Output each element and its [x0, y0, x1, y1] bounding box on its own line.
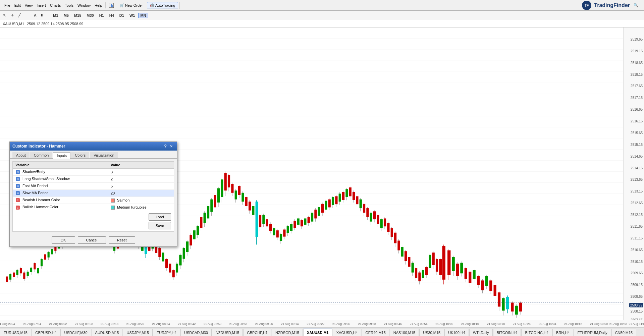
fib-btn[interactable]: Ⅲ — [39, 12, 45, 18]
tab-bitcoin-h4[interactable]: BITCOIN,H4 — [493, 329, 521, 336]
tab-audusd-m15[interactable]: AUDUSD,M15 — [92, 329, 123, 336]
tab-usdchf-m30[interactable]: USDCHF,M30 — [60, 329, 91, 336]
dialog-close-btn[interactable]: × — [169, 144, 174, 149]
tab-eurusd-m15[interactable]: EURUSD,M15 — [0, 329, 31, 336]
chart-tabs-bar: EURUSD,M15 GBPUSD,H4 USDCHF,M30 AUDUSD,M… — [0, 327, 644, 336]
tab-visualization[interactable]: Visualization — [90, 152, 118, 158]
dialog-bottom-buttons: OK Cancel Reset — [10, 234, 177, 246]
svg-text:N: N — [17, 171, 19, 174]
tab-eurjpy-h4[interactable]: EURJPY,H4 — [153, 329, 180, 336]
val-bullish-color[interactable]: MediumTurquoise — [108, 204, 174, 211]
menu-window[interactable]: Window — [76, 2, 92, 8]
time-label: 21 Aug 10:26 — [513, 322, 531, 326]
tf-m15[interactable]: M15 — [72, 13, 83, 18]
search-btn[interactable]: 🔍 — [632, 2, 640, 8]
toolbar-icons: 🛒 New Order 🤖 AutoTrading — [106, 2, 180, 9]
val-shadow-body[interactable]: 3 — [108, 169, 174, 176]
tab-nzdsgd-m15[interactable]: NZDSGD,M15 — [272, 329, 303, 336]
load-btn[interactable]: Load — [149, 213, 171, 221]
table-row[interactable]: N Long Shadow/Small Shadow 2 — [13, 176, 174, 183]
table-row[interactable]: C Bullish Hammer Color MediumTurquoise — [13, 204, 174, 211]
time-label: 21 Aug 09:14 — [281, 322, 299, 326]
tf-mn[interactable]: MN — [138, 13, 148, 18]
menu-tools[interactable]: Tools — [63, 2, 75, 8]
dialog-title: Custom Indicator - Hammer — [12, 144, 65, 149]
svg-text:N: N — [17, 178, 19, 181]
tab-ger40-m15[interactable]: GER40,M15 — [362, 329, 389, 336]
hline-btn[interactable]: — — [24, 12, 31, 18]
var-bearish-color: C Bearish Hammer Color — [13, 197, 108, 204]
crosshair-btn[interactable]: ✛ — [9, 12, 15, 18]
menu-help[interactable]: Help — [93, 2, 104, 8]
robot-icon: 🤖 — [150, 3, 155, 7]
tab-uk100-h4[interactable]: UK100,H4 — [444, 329, 469, 336]
new-order-icon: 🛒 — [120, 3, 124, 7]
table-row[interactable]: N Slow MA Period 20 — [13, 190, 174, 197]
tab-wti-daily[interactable]: WTI,Daily — [469, 329, 493, 336]
symbol-name: XAUUSD,M1 — [3, 22, 24, 26]
tf-h1[interactable]: H1 — [97, 13, 106, 18]
tab-nzdusd-m15[interactable]: NZDUSD,M15 — [212, 329, 243, 336]
tab-about[interactable]: About — [12, 152, 30, 158]
val-fast-ma[interactable]: 5 — [108, 183, 174, 190]
tf-m1[interactable]: M1 — [51, 13, 60, 18]
reset-btn[interactable]: Reset — [109, 236, 135, 244]
auto-trading-btn[interactable]: 🤖 AutoTrading — [147, 2, 178, 8]
text-btn[interactable]: A — [32, 12, 38, 18]
var-bullish-color: C Bullish Hammer Color — [13, 204, 108, 211]
menu-view[interactable]: View — [23, 2, 35, 8]
inputs-table: Variable Value N Shadow/Body 3 — [13, 162, 174, 211]
col-variable: Variable — [13, 162, 108, 169]
tab-ethereum-daily[interactable]: ETHEREUM,Daily — [574, 329, 611, 336]
tf-m30[interactable]: M30 — [85, 13, 96, 18]
val-long-shadow[interactable]: 2 — [108, 176, 174, 183]
dialog-help-btn[interactable]: ? — [163, 144, 168, 149]
tf-h4[interactable]: H4 — [107, 13, 116, 18]
dialog-titlebar-buttons: ? × — [163, 144, 174, 149]
ok-btn[interactable]: OK — [52, 236, 75, 244]
tab-us30-m15[interactable]: US30,M15 — [419, 329, 444, 336]
table-row[interactable]: N Fast MA Period 5 — [13, 183, 174, 190]
table-row[interactable]: N Shadow/Body 3 — [13, 169, 174, 176]
col-value: Value — [108, 162, 174, 169]
time-label: 21 Aug 08:34 — [152, 322, 170, 326]
time-label: 21 Aug 08:18 — [101, 322, 118, 326]
tab-xagusd-h4[interactable]: XAGUSD,H4 — [333, 329, 362, 336]
tab-usdjpy-m15[interactable]: USDJPY,M15 — [123, 329, 152, 336]
cancel-btn[interactable]: Cancel — [78, 236, 106, 244]
val-slow-ma[interactable]: 20 — [108, 190, 174, 197]
menu-charts[interactable]: Charts — [48, 2, 62, 8]
tab-brn-h4[interactable]: BRN,H4 — [552, 329, 573, 336]
tf-d1[interactable]: D1 — [117, 13, 126, 18]
line-btn[interactable]: ╱ — [17, 12, 22, 18]
tab-cn50-m15[interactable]: CN50,M15 — [611, 329, 637, 336]
tab-common[interactable]: Common — [30, 152, 53, 158]
logo-text: TradingFinder — [594, 2, 630, 8]
new-order-btn[interactable]: 🛒 New Order — [117, 2, 146, 8]
menu-insert[interactable]: Insert — [35, 2, 48, 8]
tf-w1[interactable]: W1 — [127, 13, 137, 18]
time-label: 21 Aug 10:18 — [487, 322, 505, 326]
tab-bitcoinc-h4[interactable]: BITCOINC,H4 — [521, 329, 552, 336]
tab-xauusd-m1[interactable]: XAUUSD,M1 — [303, 329, 332, 336]
tab-colors[interactable]: Colors — [71, 152, 89, 158]
tab-gbpusd-h4[interactable]: GBPUSD,H4 — [32, 329, 60, 336]
menu-file[interactable]: File — [3, 2, 12, 8]
tab-gbpchf-h1[interactable]: GBPCHF,H1 — [243, 329, 271, 336]
var-slow-ma: N Slow MA Period — [13, 190, 108, 197]
new-chart-btn[interactable] — [107, 2, 116, 9]
time-label: 21 Aug 10:10 — [461, 322, 479, 326]
chart-area[interactable]: 2519.65 2519.15 2518.65 2518.15 2517.65 … — [0, 27, 644, 320]
save-btn[interactable]: Save — [149, 222, 171, 229]
file-menu-group: File Edit View Insert Charts Tools Windo… — [1, 2, 106, 8]
tab-usdcad-m30[interactable]: USDCAD,M30 — [180, 329, 212, 336]
tab-inputs[interactable]: Inputs — [53, 152, 70, 159]
table-row[interactable]: C Bearish Hammer Color Salmon — [13, 197, 174, 204]
tf-m5[interactable]: M5 — [62, 13, 71, 18]
val-bearish-color[interactable]: Salmon — [108, 197, 174, 204]
tab-nas100-m15[interactable]: NAS100,M15 — [390, 329, 419, 336]
cursor-btn[interactable]: ↖ — [1, 12, 8, 18]
dialog-overlay: Custom Indicator - Hammer ? × About Comm… — [0, 27, 644, 320]
menu-edit[interactable]: Edit — [13, 2, 22, 8]
svg-text:N: N — [17, 192, 19, 195]
